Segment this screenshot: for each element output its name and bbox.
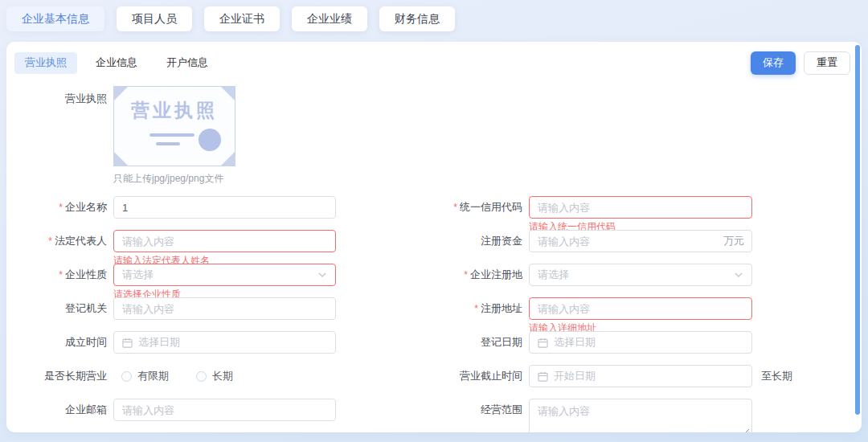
radio-label: 有限期	[137, 369, 169, 383]
main-tab-bar: 企业基本信息 项目人员 企业证书 企业业绩 财务信息	[6, 6, 455, 31]
legal-representative-input[interactable]	[113, 230, 336, 252]
tab-enterprise-basic-info[interactable]: 企业基本信息	[6, 6, 104, 31]
select-placeholder: 请选择	[538, 268, 734, 282]
radio-label: 长期	[212, 369, 233, 383]
sub-tab-bar: 营业执照 企业信息 开户信息	[14, 52, 219, 74]
content-panel: 营业执照 企业信息 开户信息 保存 重置 营业执照 营业执照 只能上传jpg/j…	[6, 42, 862, 432]
license-upload-row: 营业执照 营业执照 只能上传jpg/jpeg/png文件	[6, 86, 235, 186]
scrollbar[interactable]	[855, 45, 860, 415]
field-label: 是否长期营业	[6, 365, 113, 387]
deadline-suffix-text: 至长期	[761, 369, 792, 383]
field-company-nature: 企业性质 请选择 请选择企业性质	[6, 264, 392, 286]
field-label: 企业邮箱	[6, 399, 113, 421]
field-registration-authority: 登记机关	[6, 297, 392, 320]
business-scope-textarea[interactable]	[529, 399, 752, 432]
radio-long-term[interactable]: 长期	[196, 369, 233, 383]
radio-circle-icon	[196, 371, 207, 382]
seal-icon	[199, 129, 221, 151]
license-line-decor	[156, 142, 180, 145]
field-company-registration-place: 企业注册地 请选择	[426, 264, 862, 286]
company-name-input[interactable]	[113, 196, 336, 219]
tab-enterprise-performance[interactable]: 企业业绩	[292, 6, 367, 31]
license-upload-label: 营业执照	[6, 86, 113, 106]
company-nature-select[interactable]: 请选择	[113, 264, 336, 286]
radio-circle-icon	[121, 371, 132, 382]
registered-capital-input[interactable]	[529, 230, 752, 252]
registered-address-input[interactable]	[529, 297, 752, 320]
chevron-down-icon	[734, 270, 743, 280]
field-label: 登记机关	[6, 297, 113, 320]
unit-suffix: 万元	[723, 230, 744, 252]
field-label: 企业名称	[6, 196, 113, 219]
field-business-scope: 经营范围	[426, 399, 862, 421]
license-line-decor	[149, 133, 194, 137]
header-actions: 保存 重置	[751, 51, 850, 75]
field-label: 企业性质	[6, 264, 113, 286]
field-establishment-date: 成立时间 选择日期	[6, 331, 392, 354]
field-label: 注册地址	[426, 297, 529, 320]
field-label: 注册资金	[426, 230, 529, 252]
long-term-radio-group: 有限期 长期	[113, 369, 233, 383]
resize-grip-icon[interactable]	[743, 428, 750, 432]
company-email-input[interactable]	[113, 399, 336, 421]
tab-enterprise-certificates[interactable]: 企业证书	[204, 6, 280, 31]
panel-header: 营业执照 企业信息 开户信息 保存 重置	[14, 51, 850, 74]
field-label: 法定代表人	[6, 230, 113, 252]
field-label: 营业截止时间	[426, 365, 529, 387]
date-placeholder: 选择日期	[138, 335, 327, 350]
license-placeholder-image: 营业执照	[114, 87, 235, 166]
calendar-icon	[538, 371, 548, 382]
field-legal-representative: 法定代表人 请输入法定代表人姓名	[6, 230, 392, 252]
field-label: 统一信用代码	[426, 196, 529, 219]
license-upload-box[interactable]: 营业执照	[113, 86, 235, 166]
field-registered-address: 注册地址 请输入详细地址	[426, 297, 862, 320]
form-column-left: 企业名称 法定代表人 请输入法定代表人姓名 企业性质 请选择	[6, 196, 392, 432]
form-column-right: 统一信用代码 请输入统一信用代码 注册资金 万元 企业注册地 请选择	[426, 196, 862, 432]
subtab-business-license[interactable]: 营业执照	[14, 52, 77, 74]
calendar-icon	[538, 338, 548, 348]
field-unified-credit-code: 统一信用代码 请输入统一信用代码	[426, 196, 862, 219]
field-registered-capital: 注册资金 万元	[426, 230, 862, 252]
registration-place-select[interactable]: 请选择	[529, 264, 752, 286]
business-deadline-date-picker[interactable]: 开始日期	[529, 365, 752, 387]
calendar-icon	[122, 338, 133, 348]
reset-button[interactable]: 重置	[804, 51, 850, 75]
field-company-email: 企业邮箱	[6, 399, 392, 421]
tab-project-personnel[interactable]: 项目人员	[117, 6, 192, 31]
field-label: 企业注册地	[426, 264, 529, 286]
field-registration-date: 登记日期 选择日期	[426, 331, 862, 354]
field-label: 经营范围	[426, 399, 529, 421]
subtab-account-info[interactable]: 开户信息	[156, 52, 219, 74]
date-placeholder: 开始日期	[554, 369, 743, 383]
radio-limited-term[interactable]: 有限期	[121, 369, 169, 383]
field-company-name: 企业名称	[6, 196, 392, 219]
field-label: 成立时间	[6, 331, 113, 354]
tab-financial-info[interactable]: 财务信息	[379, 6, 455, 31]
subtab-enterprise-info[interactable]: 企业信息	[85, 52, 148, 74]
license-watermark: 营业执照	[114, 98, 235, 123]
registration-authority-input[interactable]	[113, 297, 336, 320]
field-business-deadline: 营业截止时间 开始日期 至长期	[426, 365, 862, 387]
upload-hint: 只能上传jpg/jpeg/png文件	[113, 172, 235, 186]
field-long-term-operation: 是否长期营业 有限期 长期	[6, 365, 392, 387]
save-button[interactable]: 保存	[751, 51, 796, 75]
chevron-down-icon	[317, 270, 327, 280]
select-placeholder: 请选择	[122, 268, 317, 282]
unified-credit-code-input[interactable]	[529, 196, 752, 219]
registration-date-picker[interactable]: 选择日期	[529, 331, 752, 354]
date-placeholder: 选择日期	[554, 335, 743, 350]
field-label: 登记日期	[426, 331, 529, 354]
establishment-date-picker[interactable]: 选择日期	[113, 331, 336, 354]
